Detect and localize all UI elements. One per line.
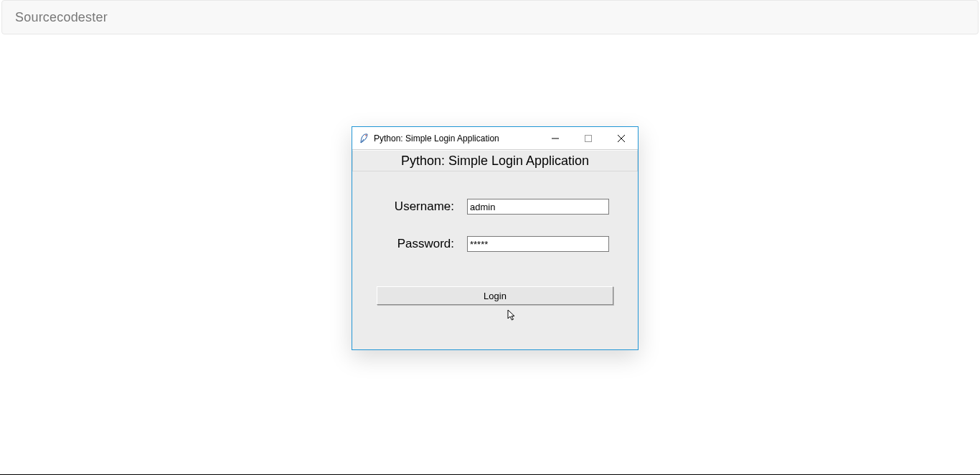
window-controls — [539, 127, 638, 149]
svg-rect-2 — [585, 135, 592, 141]
app-header-panel: Python: Simple Login Application — [352, 150, 638, 171]
close-button[interactable] — [605, 127, 638, 149]
password-row: Password: — [381, 236, 609, 252]
password-input[interactable] — [467, 236, 609, 252]
app-header-title: Python: Simple Login Application — [401, 154, 589, 169]
username-input[interactable] — [467, 199, 609, 215]
username-label: Username: — [381, 199, 467, 214]
login-button-container: Login — [352, 273, 638, 305]
login-button[interactable]: Login — [377, 286, 613, 305]
minimize-button[interactable] — [539, 127, 572, 149]
username-row: Username: — [381, 199, 609, 215]
maximize-button[interactable] — [572, 127, 605, 149]
window-titlebar[interactable]: Python: Simple Login Application — [352, 127, 638, 150]
password-label: Password: — [381, 237, 467, 251]
application-window: Python: Simple Login Application Python:… — [352, 126, 639, 350]
login-form: Username: Password: — [352, 171, 638, 252]
window-title: Python: Simple Login Application — [374, 133, 539, 144]
brand-name: Sourcecodester — [15, 10, 108, 25]
login-button-label: Login — [484, 291, 507, 301]
page-header-bar: Sourcecodester — [1, 0, 979, 34]
tk-feather-icon — [358, 133, 369, 144]
